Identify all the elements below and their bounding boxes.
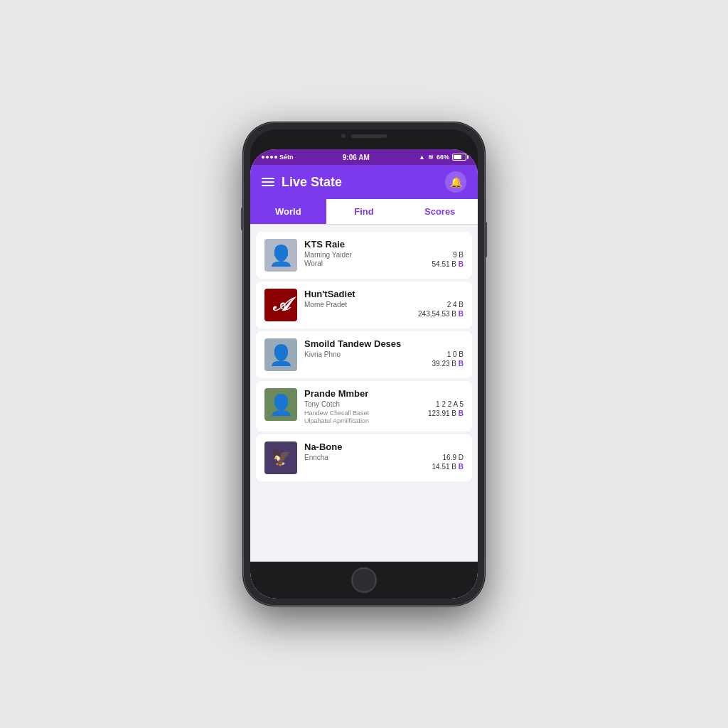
list-item[interactable]: 👤 KTS Raie Marning Yaider 9 B Woral 54.5… — [256, 232, 472, 279]
item-sub1: Enncha — [304, 454, 328, 461]
status-left: Sétn — [262, 154, 294, 161]
camera-dot — [341, 134, 346, 138]
item-sub2: Handew Checall Baset — [304, 410, 369, 417]
screen: Sétn 9:06 AM ▲ ≋ 66% — [250, 149, 478, 599]
header-left: Live State — [262, 175, 342, 190]
item-row: Kivria Phno 1 0 B — [304, 350, 464, 358]
item-name: Smoild Tandew Deses — [304, 338, 464, 349]
item-value1: 2 4 B — [447, 301, 464, 309]
item-value2: 123.91 B B — [428, 410, 464, 417]
item-value2: 39.23 B B — [432, 360, 464, 368]
status-right: ▲ ≋ 66% — [419, 154, 466, 161]
phone-inner: Sétn 9:06 AM ▲ ≋ 66% — [250, 129, 478, 599]
item-row2: Handew Checall Baset 123.91 B B — [304, 408, 464, 417]
item-content: Prande Mmber Tony Cotch 1 2 2 A 5 Handew… — [304, 388, 464, 424]
item-value1: 16.9 D — [443, 454, 464, 461]
item-value2: 14.51 B B — [432, 463, 464, 471]
content-list: 👤 KTS Raie Marning Yaider 9 B Woral 54.5… — [250, 225, 478, 562]
avatar: 👤 — [264, 239, 297, 272]
battery-percent: 66% — [437, 154, 449, 161]
item-content: Smoild Tandew Deses Kivria Phno 1 0 B 39… — [304, 338, 464, 368]
tab-scores[interactable]: Scores — [402, 199, 478, 224]
signal-dots — [262, 156, 277, 159]
status-bar: Sétn 9:06 AM ▲ ≋ 66% — [250, 149, 478, 165]
status-time: 9:06 AM — [343, 154, 370, 161]
item-content: KTS Raie Marning Yaider 9 B Woral 54.51 … — [304, 239, 464, 268]
item-sub1: Marning Yaider — [304, 251, 352, 259]
phone-frame: Sétn 9:06 AM ▲ ≋ 66% — [243, 122, 485, 606]
item-value1: 9 B — [453, 251, 464, 259]
avatar: 👤 — [264, 338, 297, 371]
item-name: Prande Mmber — [304, 388, 464, 399]
app-title: Live State — [282, 175, 342, 190]
item-row2: Woral 54.51 B B — [304, 259, 464, 268]
item-row3: Ulpahatul Apmiification — [304, 417, 464, 424]
item-sub1: Mome Pradet — [304, 301, 347, 309]
home-button[interactable] — [351, 567, 377, 593]
item-content: Hun'tSadiet Mome Pradet 2 4 B 243,54.53 … — [304, 289, 464, 318]
notification-button[interactable]: 🔔 — [445, 171, 466, 193]
tab-bar: World Find Scores — [250, 199, 478, 225]
avatar: 👤 — [264, 388, 297, 421]
item-sub1: Kivria Phno — [304, 350, 341, 358]
battery-icon — [452, 154, 466, 161]
item-name: Hun'tSadiet — [304, 289, 464, 299]
item-content: Na-Bone Enncha 16.9 D 14.51 B B — [304, 441, 464, 471]
list-item[interactable]: 👤 Smoild Tandew Deses Kivria Phno 1 0 B … — [256, 331, 472, 378]
carrier-label: Sétn — [279, 154, 294, 161]
speaker-grill — [351, 134, 387, 138]
avatar: 𝒜 — [264, 289, 297, 321]
home-button-area — [250, 562, 478, 599]
bell-icon: 🔔 — [450, 176, 462, 188]
item-sub3: Ulpahatul Apmiification — [304, 417, 369, 424]
menu-icon[interactable] — [262, 178, 274, 186]
list-item[interactable]: 👤 Prande Mmber Tony Cotch 1 2 2 A 5 Hand… — [256, 381, 472, 432]
app-header: Live State 🔔 — [250, 165, 478, 199]
list-item[interactable]: 𝒜 Hun'tSadiet Mome Pradet 2 4 B 243,54.5… — [256, 282, 472, 328]
item-row2: 14.51 B B — [304, 461, 464, 471]
item-row: Tony Cotch 1 2 2 A 5 — [304, 400, 464, 408]
tab-world[interactable]: World — [250, 199, 326, 224]
item-value1: 1 0 B — [447, 350, 464, 358]
item-name: KTS Raie — [304, 239, 464, 250]
phone-top-bar — [341, 134, 387, 138]
item-row2: 243,54.53 B B — [304, 309, 464, 318]
item-value1: 1 2 2 A 5 — [436, 400, 464, 408]
signal-icon: ≋ — [428, 154, 434, 161]
item-value2: 243,54.53 B B — [418, 310, 464, 318]
item-sub2: Woral — [304, 259, 323, 267]
list-item[interactable]: 🦅 Na-Bone Enncha 16.9 D 14.51 B B — [256, 434, 472, 481]
wifi-icon: ▲ — [419, 154, 425, 161]
item-name: Na-Bone — [304, 441, 464, 452]
item-row2: 39.23 B B — [304, 358, 464, 368]
item-sub1: Tony Cotch — [304, 400, 340, 408]
item-row: Mome Pradet 2 4 B — [304, 301, 464, 309]
item-row: Enncha 16.9 D — [304, 454, 464, 461]
item-row: Marning Yaider 9 B — [304, 251, 464, 259]
avatar: 🦅 — [264, 441, 297, 474]
item-value2: 54.51 B B — [432, 260, 464, 268]
tab-find[interactable]: Find — [326, 199, 402, 224]
